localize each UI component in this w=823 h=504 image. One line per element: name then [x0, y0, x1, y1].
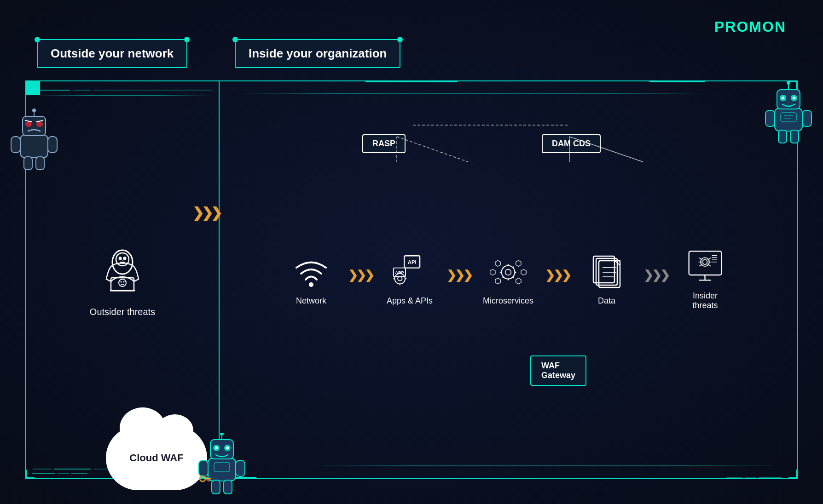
cloud-waf-label: Cloud WAF — [129, 452, 183, 464]
insider-icon — [687, 249, 724, 286]
svg-line-16 — [397, 137, 468, 162]
data-label: Data — [598, 296, 615, 306]
svg-rect-93 — [212, 480, 220, 494]
cloud-waf: Cloud WAF — [106, 426, 207, 490]
corner-tl — [25, 80, 35, 90]
flow-insider: Insider threats — [675, 249, 735, 310]
svg-rect-83 — [208, 458, 236, 481]
svg-point-24 — [398, 276, 402, 281]
right-bottom-deco — [726, 477, 782, 479]
svg-point-32 — [505, 269, 511, 275]
svg-point-105 — [36, 121, 43, 127]
svg-point-10 — [119, 279, 126, 286]
network-label: Network — [296, 296, 326, 306]
svg-point-2 — [118, 257, 122, 260]
microservices-label: Microservices — [483, 296, 533, 306]
app-api-icon: API APP — [391, 254, 428, 291]
right-panel: RASP DAM CDS — [220, 81, 797, 478]
main-arrows: ❯❯❯ — [192, 205, 220, 221]
svg-rect-101 — [23, 116, 46, 136]
svg-point-104 — [25, 121, 32, 127]
svg-rect-79 — [790, 130, 799, 143]
svg-rect-91 — [199, 460, 208, 476]
svg-rect-78 — [778, 130, 787, 143]
outsider-threats-label: Outsider threats — [90, 307, 155, 317]
svg-rect-92 — [236, 460, 245, 476]
flow-microservices: Microservices — [478, 254, 538, 306]
svg-rect-109 — [48, 137, 57, 153]
waf-gateway-box: WAF Gateway — [530, 355, 586, 386]
svg-rect-111 — [36, 157, 44, 170]
svg-point-90 — [226, 447, 229, 449]
inside-label: Inside your organization — [235, 39, 400, 68]
arrow-2: ❯❯❯ — [446, 268, 471, 292]
svg-rect-53 — [689, 251, 722, 275]
svg-point-89 — [215, 447, 218, 449]
svg-marker-46 — [521, 269, 526, 275]
right-top-line — [238, 93, 705, 94]
svg-point-57 — [703, 259, 707, 264]
robot-top-right — [763, 80, 809, 140]
right-bottom-line — [312, 465, 778, 466]
svg-text:API: API — [408, 259, 417, 265]
svg-point-71 — [787, 81, 790, 85]
microservices-icon — [490, 254, 527, 291]
svg-marker-41 — [495, 260, 500, 266]
apps-apis-label: Apps & APIs — [387, 296, 433, 306]
arrow-3: ❯❯❯ — [545, 268, 570, 292]
arrow-4: ❯❯❯ — [643, 268, 668, 292]
svg-rect-100 — [20, 135, 48, 158]
svg-rect-76 — [765, 110, 775, 126]
svg-rect-94 — [224, 480, 232, 494]
dam-box-wrapper: DAM CDS — [542, 134, 601, 153]
svg-point-86 — [220, 433, 224, 435]
svg-rect-108 — [11, 137, 20, 153]
left-bottom-deco — [32, 473, 87, 474]
insider-threats-label: Insider threats — [692, 291, 718, 310]
svg-marker-42 — [516, 260, 521, 266]
cloud-shape: Cloud WAF — [106, 426, 207, 490]
arrow-1: ❯❯❯ — [348, 268, 373, 292]
hacker-icon — [95, 242, 150, 298]
top-tech-lines — [33, 90, 212, 91]
svg-point-3 — [123, 257, 126, 260]
svg-point-12 — [123, 281, 124, 282]
svg-rect-110 — [24, 157, 32, 170]
svg-point-23 — [395, 273, 406, 284]
hacker-figure: Outsider threats — [90, 242, 155, 317]
svg-rect-77 — [802, 110, 811, 126]
outside-label: Outside your network — [37, 39, 187, 68]
robot-middle-bottom — [198, 433, 249, 502]
wifi-icon — [293, 254, 330, 291]
flow-apps: API APP Apps & APIs — [380, 254, 440, 306]
data-icon — [588, 254, 625, 291]
svg-point-103 — [32, 109, 36, 112]
promon-logo: PROMON — [714, 18, 786, 35]
svg-marker-45 — [490, 269, 495, 275]
flow-data: Data — [577, 254, 637, 306]
svg-marker-44 — [516, 278, 521, 284]
svg-rect-68 — [775, 108, 802, 131]
svg-point-11 — [120, 281, 122, 282]
rasp-box-wrapper: RASP — [362, 134, 406, 153]
svg-point-74 — [782, 97, 784, 99]
rasp-box: RASP — [362, 134, 406, 153]
robot-left — [10, 108, 61, 172]
svg-point-20 — [309, 282, 313, 287]
flow-network: Network — [281, 254, 341, 306]
svg-point-75 — [793, 97, 795, 99]
dam-box: DAM CDS — [542, 134, 601, 153]
svg-text:APP: APP — [395, 269, 404, 275]
svg-marker-43 — [495, 278, 500, 284]
flow-row: Network ❯❯❯ API — [220, 249, 797, 310]
